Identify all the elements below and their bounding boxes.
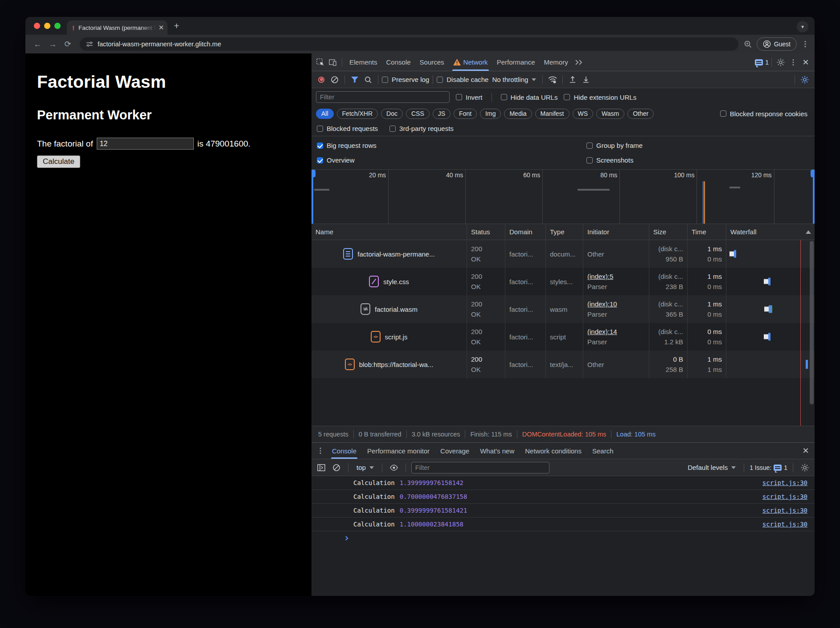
hide-data-urls-checkbox[interactable]: Hide data URLs xyxy=(501,94,558,101)
reload-icon[interactable]: ⟳ xyxy=(61,37,74,51)
tab-close-icon[interactable]: ✕ xyxy=(158,24,164,32)
console-filter-input[interactable] xyxy=(411,462,549,473)
tab-network[interactable]: Network xyxy=(449,53,492,71)
chip-wasm[interactable]: Wasm xyxy=(596,109,624,119)
column-header-domain[interactable]: Domain xyxy=(505,224,546,240)
console-sidebar-icon[interactable] xyxy=(315,461,328,474)
chip-css[interactable]: CSS xyxy=(406,109,430,119)
record-network-log-icon[interactable] xyxy=(315,73,328,86)
calculate-button[interactable]: Calculate xyxy=(37,155,80,168)
overview-right-handle[interactable] xyxy=(813,170,815,224)
column-header-status[interactable]: Status xyxy=(467,224,505,240)
filter-funnel-icon[interactable] xyxy=(348,73,361,86)
table-row[interactable]: <> blob:https://factorial-wa... 200OK fa… xyxy=(311,351,815,378)
chip-all[interactable]: All xyxy=(316,109,334,119)
browser-menu-icon[interactable] xyxy=(801,40,809,48)
console-log-entry[interactable]: Calculation 1.100000023841858 script.js:… xyxy=(311,518,815,531)
minimize-window-button[interactable] xyxy=(44,23,50,29)
browser-tab[interactable]: ! Factorial Wasm (permanent W ✕ xyxy=(67,20,168,35)
chip-img[interactable]: Img xyxy=(480,109,501,119)
source-location-link[interactable]: script.js:30 xyxy=(762,493,807,500)
column-header-waterfall[interactable]: Waterfall xyxy=(726,224,815,240)
source-location-link[interactable]: script.js:30 xyxy=(762,479,807,486)
initiator-link[interactable]: (index):14 xyxy=(587,327,645,336)
column-header-type[interactable]: Type xyxy=(546,224,583,240)
search-network-icon[interactable] xyxy=(362,73,374,86)
new-tab-button[interactable]: + xyxy=(174,20,179,31)
chip-ws[interactable]: WS xyxy=(573,109,594,119)
network-settings-gear-icon[interactable] xyxy=(799,73,811,86)
forward-icon[interactable]: → xyxy=(46,37,59,51)
back-icon[interactable]: ← xyxy=(31,37,44,51)
factorial-input[interactable] xyxy=(97,138,194,150)
console-settings-icon[interactable] xyxy=(799,461,811,474)
source-location-link[interactable]: script.js:30 xyxy=(762,521,807,528)
table-row[interactable]: WA factorial.wasm 200OK factori... wasm … xyxy=(311,295,815,323)
source-location-link[interactable]: script.js:30 xyxy=(762,507,807,514)
chip-manifest[interactable]: Manifest xyxy=(535,109,570,119)
hide-extension-urls-checkbox[interactable]: Hide extension URLs xyxy=(564,94,636,101)
overview-left-handle[interactable] xyxy=(311,170,313,224)
inspect-element-icon[interactable] xyxy=(314,56,327,69)
zoom-icon[interactable] xyxy=(744,40,752,49)
chip-font[interactable]: Font xyxy=(454,109,477,119)
site-settings-icon[interactable] xyxy=(86,41,93,48)
console-log-entry[interactable]: Calculation 0.3999999761581421 script.js… xyxy=(311,504,815,518)
profile-button[interactable]: Guest xyxy=(757,37,797,51)
clear-network-log-icon[interactable] xyxy=(328,73,341,86)
close-drawer-icon[interactable]: ✕ xyxy=(799,444,812,457)
blocked-response-cookies-checkbox[interactable]: Blocked response cookies xyxy=(720,110,807,118)
initiator-link[interactable]: (index):10 xyxy=(587,299,645,309)
console-prompt[interactable] xyxy=(311,531,815,545)
close-devtools-icon[interactable]: ✕ xyxy=(799,56,812,69)
console-log-entry[interactable]: Calculation 0.7000000476837158 script.js… xyxy=(311,490,815,504)
table-scrollbar[interactable] xyxy=(810,241,814,404)
more-tabs-icon[interactable] xyxy=(573,56,585,69)
tab-elements[interactable]: Elements xyxy=(345,53,382,71)
clear-console-icon[interactable] xyxy=(330,461,343,474)
table-row[interactable]: style.css 200OK factori... styles... (in… xyxy=(311,268,815,295)
import-har-icon[interactable] xyxy=(566,73,579,86)
table-row[interactable]: <> script.js 200OK factori... script (in… xyxy=(311,323,815,351)
column-header-time[interactable]: Time xyxy=(688,224,726,240)
column-header-size[interactable]: Size xyxy=(649,224,688,240)
devtools-settings-icon[interactable] xyxy=(774,56,787,69)
blocked-requests-checkbox[interactable]: Blocked requests xyxy=(317,125,378,132)
maximize-window-button[interactable] xyxy=(54,23,61,29)
chip-other[interactable]: Other xyxy=(627,109,654,119)
console-issues-counter[interactable]: 1 Issue: 1 xyxy=(750,464,787,471)
disable-cache-checkbox[interactable]: Disable cache xyxy=(437,76,488,83)
invert-checkbox[interactable]: Invert xyxy=(456,94,483,101)
screenshots-checkbox[interactable]: Screenshots xyxy=(586,156,633,164)
tab-console[interactable]: Console xyxy=(382,53,415,71)
drawer-menu-icon[interactable] xyxy=(314,444,327,457)
network-conditions-icon[interactable] xyxy=(546,73,559,86)
column-header-name[interactable]: Name xyxy=(311,224,467,240)
devtools-menu-icon[interactable] xyxy=(787,56,799,69)
initiator-link[interactable]: (index):5 xyxy=(587,272,645,281)
drawer-tab-console[interactable]: Console xyxy=(327,443,362,459)
drawer-tab-network-conditions[interactable]: Network conditions xyxy=(520,443,587,459)
tab-performance[interactable]: Performance xyxy=(492,53,540,71)
drawer-tab-whats-new[interactable]: What's new xyxy=(475,443,520,459)
drawer-tab-coverage[interactable]: Coverage xyxy=(435,443,475,459)
chip-js[interactable]: JS xyxy=(433,109,451,119)
chip-media[interactable]: Media xyxy=(504,109,532,119)
close-window-button[interactable] xyxy=(34,23,40,29)
drawer-tab-search[interactable]: Search xyxy=(587,443,619,459)
chip-fetch-xhr[interactable]: Fetch/XHR xyxy=(337,109,378,119)
column-header-initiator[interactable]: Initiator xyxy=(583,224,649,240)
device-toolbar-icon[interactable] xyxy=(327,56,339,69)
issues-counter[interactable]: 1 xyxy=(755,59,769,66)
overview-checkbox[interactable]: Overview xyxy=(317,156,355,164)
big-request-rows-checkbox[interactable]: Big request rows xyxy=(317,142,377,149)
preserve-log-checkbox[interactable]: Preserve log xyxy=(382,76,429,83)
chip-doc[interactable]: Doc xyxy=(381,109,403,119)
group-by-frame-checkbox[interactable]: Group by frame xyxy=(586,142,643,149)
drawer-tab-performance-monitor[interactable]: Performance monitor xyxy=(362,443,435,459)
console-log-entry[interactable]: Calculation 1.399999976158142 script.js:… xyxy=(311,476,815,490)
address-bar[interactable]: factorial-wasm-permanent-worker.glitch.m… xyxy=(80,37,738,51)
tab-memory[interactable]: Memory xyxy=(540,53,573,71)
network-filter-input[interactable] xyxy=(316,91,450,103)
tab-sources[interactable]: Sources xyxy=(415,53,449,71)
